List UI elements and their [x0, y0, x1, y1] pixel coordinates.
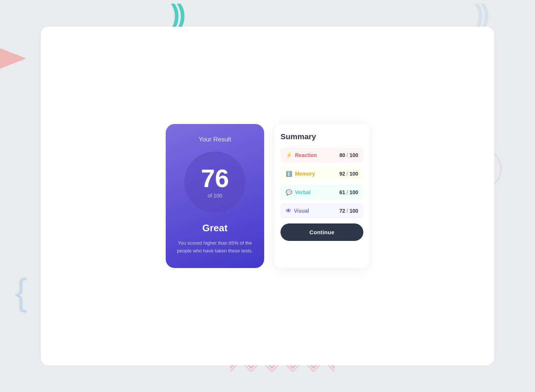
bg-quote-teal: )) [171, 1, 183, 27]
reaction-icon: ⚡ [286, 152, 292, 158]
memory-icon: ℹ️ [286, 171, 292, 177]
score-row-reaction: ⚡ Reaction 80 / 100 [281, 148, 363, 163]
result-description: You scored higher than 65% of the people… [175, 239, 255, 255]
visual-icon: 👁 [286, 208, 291, 214]
score-circle: 76 of 100 [184, 151, 246, 213]
svg-marker-0 [0, 48, 26, 69]
bg-arrow-pink [0, 48, 26, 69]
score-row-verbal: 💬 Verbal 61 / 100 [281, 185, 363, 200]
content-wrapper: Your Result 76 of 100 Great You scored h… [166, 124, 369, 268]
verbal-score: 61 / 100 [339, 189, 358, 195]
bg-brace-left: { [15, 273, 27, 310]
continue-button[interactable]: Continue [281, 223, 363, 241]
verbal-label: 💬 Verbal [286, 189, 311, 195]
bg-quote-right: )) [475, 1, 487, 27]
score-row-memory: ℹ️ Memory 92 / 100 [281, 166, 363, 181]
summary-panel: Summary ⚡ Reaction 80 / 100 ℹ️ Memory 92 [275, 124, 369, 268]
result-grade: Great [202, 222, 228, 234]
memory-name: Memory [295, 171, 315, 177]
score-number: 76 [201, 166, 229, 191]
visual-label: 👁 Visual [286, 208, 309, 214]
memory-label: ℹ️ Memory [286, 171, 315, 177]
summary-title: Summary [281, 132, 363, 141]
main-container: Your Result 76 of 100 Great You scored h… [41, 27, 494, 365]
reaction-score: 80 / 100 [339, 152, 358, 158]
score-row-visual: 👁 Visual 72 / 100 [281, 203, 363, 218]
memory-score: 92 / 100 [339, 171, 358, 177]
visual-score: 72 / 100 [339, 208, 358, 214]
verbal-icon: 💬 [286, 189, 292, 195]
result-card-title: Your Result [199, 136, 231, 143]
reaction-label: ⚡ Reaction [286, 152, 317, 158]
result-card: Your Result 76 of 100 Great You scored h… [166, 124, 264, 268]
visual-name: Visual [294, 208, 309, 214]
verbal-name: Verbal [295, 189, 311, 195]
score-of-label: of 100 [208, 193, 222, 199]
reaction-name: Reaction [295, 152, 317, 158]
